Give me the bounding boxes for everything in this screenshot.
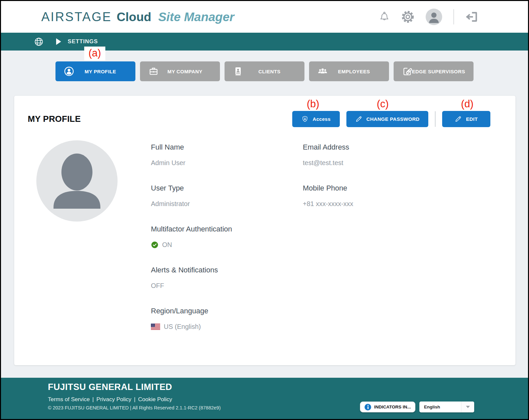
shield-person-icon: [301, 115, 308, 123]
app-logo: AIRSTAGE Cloud Site Manager: [41, 10, 234, 24]
edit-button-label: EDIT: [466, 116, 477, 122]
pencil-icon: [455, 116, 462, 122]
language-select[interactable]: English: [419, 402, 474, 412]
tab-employees[interactable]: EMPLOYEES: [309, 61, 389, 81]
field-full-name: Full Name Admin User: [151, 143, 296, 167]
profile-fields-right: Email Address test@test.test Mobile Phon…: [303, 143, 448, 225]
field-label: Alerts & Notifications: [151, 265, 296, 274]
us-flag-icon: [151, 324, 160, 330]
bell-icon[interactable]: [379, 11, 390, 23]
field-label: Region/Language: [151, 306, 296, 315]
link-separator: |: [92, 396, 94, 402]
briefcase-icon: [148, 66, 159, 77]
field-user-type: User Type Administrator: [151, 184, 296, 208]
card-header: MY PROFILE Access: [14, 96, 515, 127]
link-square-icon: [402, 66, 412, 77]
gear-icon[interactable]: [401, 10, 415, 24]
dropdown-arrow-box: [461, 402, 474, 412]
field-mfa: Multifactor Authentication ON: [151, 225, 296, 249]
breadcrumb-bar: SETTINGS: [1, 33, 528, 51]
footer-company: FUJITSU GENERAL LIMITED: [48, 382, 528, 392]
brand-site-manager: Site Manager: [158, 10, 234, 24]
edit-button[interactable]: EDIT: [442, 111, 490, 127]
field-value: Administrator: [151, 199, 296, 208]
tab-label: MY PROFILE: [75, 69, 116, 74]
profile-fields-left: Full Name Admin User User Type Administr…: [151, 143, 296, 347]
field-value: test@test.test: [303, 158, 448, 167]
globe-icon[interactable]: [34, 37, 44, 47]
field-value: ON: [151, 240, 296, 249]
header-divider: [453, 9, 454, 24]
breadcrumb-arrow-icon: [56, 38, 61, 45]
user-avatar[interactable]: [426, 9, 442, 25]
access-button-label: Access: [313, 116, 331, 122]
field-alerts: Alerts & Notifications OFF: [151, 265, 296, 290]
my-profile-card: (b) (c) (d) MY PROFILE Access: [14, 96, 515, 365]
terms-of-service-link[interactable]: Terms of Service: [48, 396, 90, 402]
field-value: US (English): [151, 322, 296, 331]
breadcrumb-settings[interactable]: SETTINGS: [68, 38, 98, 45]
field-label: Multifactor Authentication: [151, 225, 296, 233]
app-header: AIRSTAGE Cloud Site Manager: [1, 1, 528, 33]
tab-my-profile[interactable]: MY PROFILE: [55, 61, 135, 81]
tab-bar: MY PROFILE MY COMPANY: [55, 61, 528, 81]
field-value: +81 xxx-xxxx-xxx: [303, 199, 448, 208]
people-group-icon: [317, 66, 328, 77]
change-password-button[interactable]: CHANGE PASSWORD: [346, 111, 428, 127]
page-footer: FUJITSU GENERAL LIMITED Terms of Service…: [1, 378, 528, 419]
cookie-policy-link[interactable]: Cookie Policy: [138, 396, 172, 402]
field-mobile-phone: Mobile Phone +81 xxx-xxxx-xxx: [303, 184, 448, 208]
header-icon-group: [379, 9, 478, 25]
tab-label: EMPLOYEES: [328, 69, 370, 74]
field-label: User Type: [151, 184, 296, 192]
indicators-info-button[interactable]: INDICATORS IN...: [360, 402, 415, 412]
annotation-a: (a): [84, 47, 105, 60]
annotation-d: (d): [461, 98, 474, 110]
privacy-policy-link[interactable]: Privacy Policy: [96, 396, 131, 402]
person-circle-icon: [64, 66, 74, 77]
access-button[interactable]: Access: [292, 111, 340, 127]
change-password-button-label: CHANGE PASSWORD: [367, 116, 420, 122]
field-email: Email Address test@test.test: [303, 143, 448, 167]
chevron-down-icon: [466, 406, 470, 408]
region-language-value: US (English): [164, 322, 201, 331]
tab-label: CLIENTS: [249, 69, 281, 74]
tab-edge-supervisors[interactable]: EDGE SUPERVISORS: [394, 61, 474, 81]
brand-cloud: Cloud: [117, 10, 151, 24]
language-select-value: English: [419, 404, 461, 409]
tab-clients[interactable]: CLIENTS: [225, 61, 304, 81]
pencil-icon: [355, 116, 362, 122]
page-title: MY PROFILE: [28, 114, 81, 124]
profile-avatar: [36, 140, 118, 222]
mfa-status: ON: [162, 240, 172, 249]
button-divider: [435, 111, 436, 127]
id-badge-icon: [233, 66, 243, 77]
field-value: Admin User: [151, 158, 296, 167]
tab-my-company[interactable]: MY COMPANY: [140, 61, 220, 81]
tab-label: MY COMPANY: [158, 69, 202, 74]
field-label: Full Name: [151, 143, 296, 152]
annotation-b: (b): [307, 98, 319, 110]
indicators-button-label: INDICATORS IN...: [374, 404, 411, 409]
airstage-site-manager-window: AIRSTAGE Cloud Site Manager: [0, 0, 529, 420]
action-buttons: Access CHANGE PASSWORD: [292, 111, 490, 127]
link-separator: |: [134, 396, 135, 402]
field-region-language: Region/Language: [151, 306, 296, 331]
info-icon: [365, 404, 371, 410]
logout-icon[interactable]: [465, 10, 478, 23]
brand-airstage: AIRSTAGE: [41, 10, 112, 24]
annotation-c: (c): [377, 98, 389, 110]
check-circle-icon: [151, 241, 159, 249]
field-label: Mobile Phone: [303, 184, 448, 192]
field-value: OFF: [151, 281, 296, 290]
field-label: Email Address: [303, 143, 448, 152]
